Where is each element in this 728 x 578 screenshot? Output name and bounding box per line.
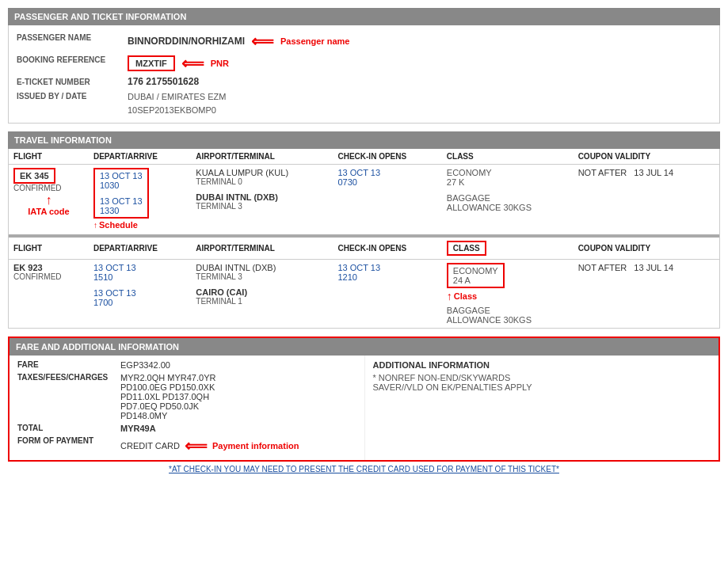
flight1-depart-date: 13 OCT 13 [100, 171, 143, 181]
travel-section: TRAVEL INFORMATION FLIGHT DEPART/ARRIVE … [8, 131, 720, 329]
fare-right-panel: ADDITIONAL INFORMATION * NONREF NON-END/… [364, 356, 719, 460]
class-annotation-label: Class [454, 291, 477, 301]
col-flight: FLIGHT [9, 149, 89, 165]
class-header-box: CLASS [447, 241, 486, 256]
iata-arrow-icon: ↑ [45, 194, 51, 207]
passenger-section-body: PASSENGER NAME BINNORDDIN/NORHIZAMI ⟸ Pa… [8, 25, 720, 124]
flight2-class-box: ECONOMY 24 A [447, 263, 505, 288]
passenger-section-title: PASSENGER AND TICKET INFORMATION [14, 12, 186, 21]
fare-section: FARE AND ADDITIONAL INFORMATION FARE EGP… [8, 337, 720, 462]
taxes-line4: PD7.0EQ PD50.0JK [120, 401, 356, 411]
flight1-arrive-date: 13 OCT 13 [100, 196, 143, 206]
taxes-line1: MYR2.0QH MYR47.0YR [120, 373, 356, 382]
issued-label: ISSUED BY / DATE [17, 90, 128, 116]
passenger-name-value: BINNORDDIN/NORHIZAMI [128, 36, 245, 47]
schedule-annotation-label: Schedule [99, 220, 138, 230]
flight2-depart-terminal: TERMINAL 3 [196, 272, 328, 281]
class-arrow-icon: ↑ [447, 290, 452, 302]
col2-depart-arrive: DEPART/ARRIVE [89, 237, 191, 260]
travel-table-header: FLIGHT DEPART/ARRIVE AIRPORT/TERMINAL CH… [9, 149, 719, 165]
col-airport: AIRPORT/TERMINAL [191, 149, 333, 165]
col2-flight: FLIGHT [9, 237, 89, 260]
flight1-baggage-allowance: ALLOWANCE 30KGS [447, 203, 569, 212]
flight2-depart-date: 13 OCT 13 [93, 263, 186, 272]
footer-text: *AT CHECK-IN YOU MAY NEED TO PRESENT THE [169, 465, 356, 473]
taxes-label: TAXES/FEES/CHARGES [17, 373, 120, 420]
taxes-line2: PD100.0EG PD150.0XK [120, 382, 356, 392]
additional-info-title: ADDITIONAL INFORMATION [373, 360, 711, 370]
eticket-label: E-TICKET NUMBER [17, 76, 128, 87]
flight2-class-box-wrapper: ECONOMY 24 A [447, 263, 569, 288]
passenger-name-annotation: Passenger name [280, 36, 349, 46]
total-label: TOTAL [17, 424, 120, 433]
pnr-annotation: PNR [211, 59, 229, 68]
issued-line1: DUBAI / EMIRATES EZM [128, 90, 711, 104]
flight1-not-after: NOT AFTER [578, 168, 627, 177]
travel-section-body: FLIGHT DEPART/ARRIVE AIRPORT/TERMINAL CH… [8, 149, 720, 329]
additional-info-line2: SAVER//VLD ON EK/PENALTIES APPLY [373, 382, 711, 392]
flight2-airport-cell: DUBAI INTNL (DXB) TERMINAL 3 CAIRO (CAI)… [191, 260, 333, 329]
passenger-section: PASSENGER AND TICKET INFORMATION PASSENG… [8, 8, 720, 124]
payment-annotation: Payment information [212, 441, 299, 451]
taxes-value: MYR2.0QH MYR47.0YR PD100.0EG PD150.0XK P… [120, 373, 356, 420]
flight1-baggage: BAGGAGE [447, 193, 569, 203]
flight2-row1: EK 923 CONFIRMED 13 OCT 13 1510 13 OCT 1… [9, 260, 719, 329]
col2-class: CLASS [442, 237, 574, 260]
travel-section-header: TRAVEL INFORMATION [8, 131, 720, 149]
flight2-class-code: 24 A [453, 276, 498, 285]
schedule-annotation-wrapper: ↑ Schedule [93, 220, 186, 230]
iata-annotation-wrapper: ↑ IATA code [13, 194, 84, 216]
passenger-name-value-row: BINNORDDIN/NORHIZAMI ⟸ Passenger name [128, 32, 711, 51]
flight2-num-cell: EK 923 CONFIRMED [9, 260, 89, 329]
flight1-status: CONFIRMED [13, 184, 84, 192]
fare-info-grid: FARE EGP3342.00 TAXES/FEES/CHARGES MYR2.… [17, 360, 356, 455]
class-annotation-wrapper: ↑ Class [447, 290, 569, 302]
taxes-line3: PD11.0XL PD137.0QH [120, 392, 356, 401]
fare-value: EGP3342.00 [120, 360, 356, 370]
col-checkin: CHECK-IN OPENS [333, 149, 441, 165]
col-depart-arrive: DEPART/ARRIVE [89, 149, 191, 165]
flight1-num-cell: EK 345 CONFIRMED ↑ IATA code [9, 165, 89, 236]
flight2-baggage-container: BAGGAGE ALLOWANCE 30KGS [447, 306, 569, 325]
flight2-depart-airport: DUBAI INTNL (DXB) [196, 263, 328, 272]
flight2-status: CONFIRMED [13, 272, 84, 281]
footer-link-text: CREDIT CARD [356, 465, 410, 473]
flight2-number: EK 923 [13, 263, 84, 272]
payment-label: FORM OF PAYMENT [17, 436, 120, 455]
passenger-name-label: PASSENGER NAME [17, 32, 128, 51]
flight2-baggage-allowance: ALLOWANCE 30KGS [447, 315, 569, 325]
total-value: MYR49A [120, 424, 356, 433]
payment-value: CREDIT CARD [120, 441, 180, 451]
booking-ref-value-row: MZXTIF ⟸ PNR [128, 54, 711, 73]
fare-section-body: FARE EGP3342.00 TAXES/FEES/CHARGES MYR2.… [10, 356, 718, 460]
flight1-checkin-time: 0730 [337, 177, 436, 187]
flight1-class-cell: ECONOMY 27 K BAGGAGE ALLOWANCE 30KGS [442, 165, 574, 236]
col2-coupon: COUPON VALIDITY [574, 237, 719, 260]
booking-ref-label: BOOKING REFERENCE [17, 54, 128, 73]
col-coupon: COUPON VALIDITY [574, 149, 719, 165]
passenger-info-grid: PASSENGER NAME BINNORDDIN/NORHIZAMI ⟸ Pa… [17, 32, 711, 116]
travel-table: FLIGHT DEPART/ARRIVE AIRPORT/TERMINAL CH… [9, 149, 719, 328]
issued-value: DUBAI / EMIRATES EZM 10SEP2013EKBOMP0 [128, 90, 711, 116]
col2-airport: AIRPORT/TERMINAL [191, 237, 333, 260]
flight1-depart-cell: 13 OCT 13 1030 13 OCT 13 1330 ↑ Schedule [89, 165, 191, 236]
flight1-depart-terminal: TERMINAL 0 [196, 177, 328, 186]
passenger-section-header: PASSENGER AND TICKET INFORMATION [8, 8, 720, 25]
flight1-number: EK 345 [13, 168, 55, 184]
fare-left-panel: FARE EGP3342.00 TAXES/FEES/CHARGES MYR2.… [10, 356, 364, 460]
flight2-header-row: FLIGHT DEPART/ARRIVE AIRPORT/TERMINAL CH… [9, 237, 719, 260]
flight2-depart-time: 1510 [93, 272, 186, 282]
schedule-arrow-icon: ↑ [93, 221, 97, 230]
fare-section-header: FARE AND ADDITIONAL INFORMATION [10, 338, 718, 356]
col-class: CLASS [442, 149, 574, 165]
payment-arrow-icon: ⟸ [185, 436, 208, 455]
flight1-validity-date: 13 JUL 14 [634, 168, 673, 177]
flight2-validity-date: 13 JUL 14 [634, 263, 673, 272]
flight1-baggage-container: BAGGAGE ALLOWANCE 30KGS [447, 193, 569, 212]
flight1-checkin-date: 13 OCT 13 [337, 168, 436, 177]
flight2-arrive-date: 13 OCT 13 [93, 288, 186, 298]
flight1-arrive-airport: DUBAI INTNL (DXB) [196, 192, 328, 202]
fare-section-title: FARE AND ADDITIONAL INFORMATION [16, 342, 179, 352]
col2-checkin: CHECK-IN OPENS [333, 237, 441, 260]
flight1-box-wrapper: EK 345 [13, 168, 84, 184]
